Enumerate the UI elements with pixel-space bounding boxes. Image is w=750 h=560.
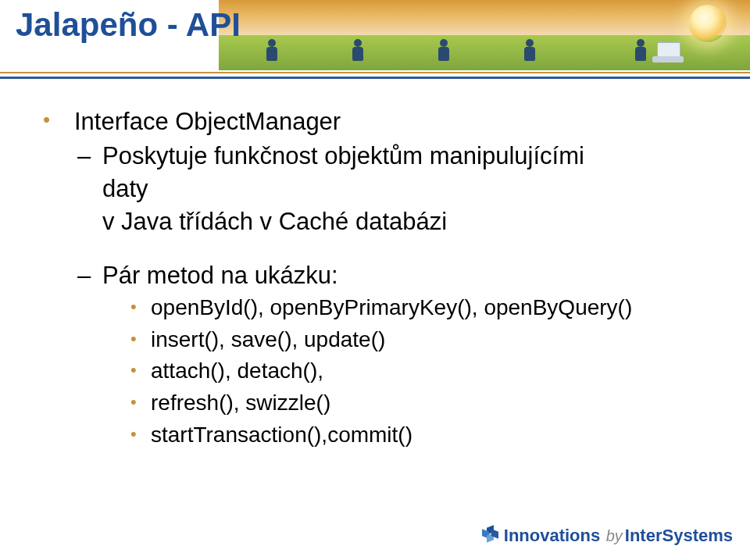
bullet-icon: • xyxy=(130,294,137,319)
bullet-level2-cont: daty xyxy=(43,173,719,205)
bullet-text: Interface ObjectManager xyxy=(74,108,341,135)
bullet-level2-cont: v Java třídách v Caché databázi xyxy=(43,205,719,238)
dash-icon: – xyxy=(77,140,91,173)
spacer xyxy=(43,237,719,259)
divider-blue xyxy=(0,77,750,79)
bullet-level1: •Interface ObjectManager xyxy=(43,105,719,138)
dash-icon: – xyxy=(77,259,91,292)
laptop-icon xyxy=(652,42,684,62)
person-icon xyxy=(266,39,280,62)
person-icon xyxy=(634,39,648,62)
bullet-level3: •refresh(), swizzle() xyxy=(43,387,719,419)
bullet-text: startTransaction(),commit() xyxy=(151,423,412,447)
bullet-text: v Java třídách v Caché databázi xyxy=(102,208,447,235)
bullet-text: refresh(), swizzle() xyxy=(151,391,330,415)
bullet-level3: •startTransaction(),commit() xyxy=(43,419,719,451)
bullet-text: openById(), openByPrimaryKey(), openByQu… xyxy=(151,295,632,319)
footer-word-innovations: Innovations xyxy=(504,526,600,545)
bullet-level3: •insert(), save(), update() xyxy=(43,324,719,356)
bullet-level2: –Pár metod na ukázku: xyxy=(43,259,719,292)
intersystems-cube-icon xyxy=(482,526,499,544)
bullet-text: attach(), detach(), xyxy=(151,358,323,383)
bullet-level3: •attach(), detach(), xyxy=(43,355,719,387)
bullet-level3: •openById(), openByPrimaryKey(), openByQ… xyxy=(43,292,719,324)
bullet-icon: • xyxy=(43,106,74,134)
footer-word-intersystems: InterSystems xyxy=(625,526,733,545)
person-icon xyxy=(352,39,366,62)
footer-word-by: by xyxy=(606,527,623,544)
lightbulb-icon xyxy=(689,5,727,42)
header-banner xyxy=(219,0,750,70)
bullet-icon: • xyxy=(130,358,137,383)
bullet-level2: –Poskytuje funkčnost objektům manipulují… xyxy=(43,140,719,173)
person-icon xyxy=(523,39,538,62)
bullet-text: Pár metod na ukázku: xyxy=(102,262,338,289)
slide-content: •Interface ObjectManager –Poskytuje funk… xyxy=(43,105,719,451)
footer-logo: Innovations byInterSystems xyxy=(482,526,733,546)
bullet-icon: • xyxy=(130,390,137,415)
bullet-text: daty xyxy=(102,175,148,202)
bullet-icon: • xyxy=(130,326,137,351)
bullet-text: insert(), save(), update() xyxy=(151,327,385,351)
person-icon xyxy=(438,39,452,62)
divider-gold xyxy=(0,72,750,73)
bullet-icon: • xyxy=(130,422,137,447)
banner-sky xyxy=(219,0,750,35)
bullet-text: Poskytuje funkčnost objektům manipulujíc… xyxy=(102,142,584,169)
slide-title: Jalapeño - API xyxy=(16,6,241,44)
